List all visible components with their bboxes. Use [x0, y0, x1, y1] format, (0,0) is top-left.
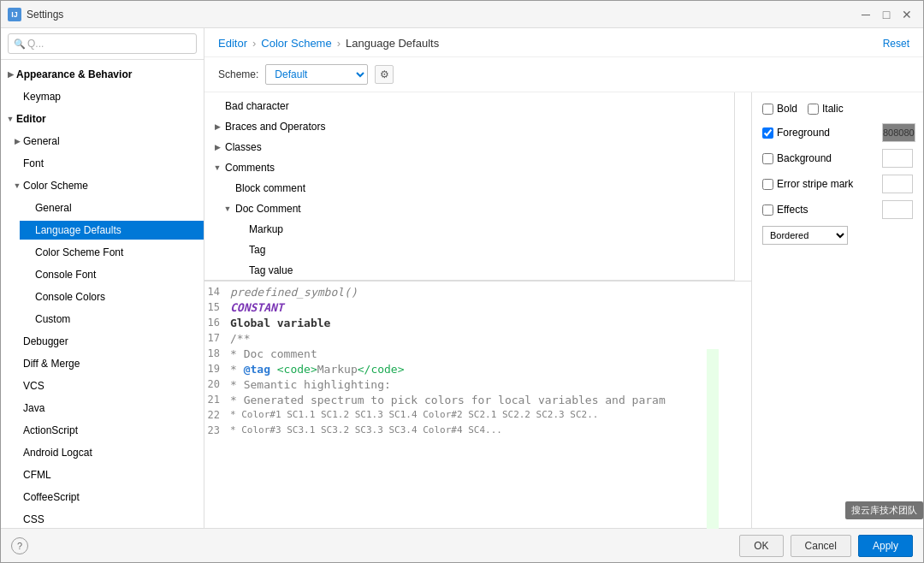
maximize-button[interactable]: □ — [877, 5, 896, 24]
scheme-select[interactable]: Default — [265, 64, 368, 85]
sidebar-item-coffeescript[interactable]: CoffeeScript — [1, 486, 204, 508]
sidebar-item-css[interactable]: CSS — [1, 508, 204, 528]
left-section: Bad character ▶ Braces and Operators ▶ C… — [204, 92, 752, 528]
search-placeholder: Q... — [27, 38, 44, 50]
expand-icon: ▼ — [211, 163, 223, 172]
spacer-icon — [11, 380, 23, 392]
code-line-23: 23 * Color#3 SC3.1 SC3.2 SC3.3 SC3.4 Col… — [204, 424, 751, 439]
window-title: Settings — [27, 9, 856, 21]
sidebar-item-custom[interactable]: Custom — [1, 308, 204, 330]
spacer-icon — [11, 513, 23, 525]
background-color-box[interactable] — [882, 149, 913, 168]
option-bad-character[interactable]: Bad character — [204, 96, 734, 116]
title-bar: IJ Settings ─ □ ✕ — [1, 1, 923, 28]
spacer-icon — [23, 224, 35, 236]
error-stripe-checkbox[interactable] — [762, 179, 773, 190]
spacer-icon — [11, 424, 23, 436]
code-line-17: 17 /** — [204, 331, 751, 347]
search-bar: 🔍 Q... — [1, 28, 204, 60]
option-doc-comment[interactable]: ▼ Doc Comment — [204, 199, 734, 219]
expand-icon: ▶ — [211, 143, 223, 151]
foreground-label-row: Foreground — [762, 127, 882, 139]
spacer-icon — [11, 469, 23, 481]
code-line-16: 16 Global variable — [204, 316, 751, 331]
option-block-comment[interactable]: Block comment — [204, 178, 734, 199]
preview-panel: 14 predefined_symbol() 15 CONSTANT 16 Gl… — [204, 281, 751, 528]
sidebar-item-color-scheme-general[interactable]: General — [1, 197, 204, 219]
foreground-color-box[interactable]: 808080 — [882, 123, 915, 142]
error-stripe-color-box[interactable] — [882, 175, 913, 193]
background-checkbox[interactable] — [762, 153, 773, 164]
sidebar-item-general[interactable]: ▶ General — [1, 130, 204, 152]
sidebar-item-actionscript[interactable]: ActionScript — [1, 419, 204, 442]
sidebar-item-appearance-behavior[interactable]: ▶ Appearance & Behavior — [1, 63, 204, 86]
code-line-18: 18 * Doc comment — [204, 347, 751, 362]
reset-link[interactable]: Reset — [883, 38, 909, 50]
expand-icon: ▼ — [11, 180, 23, 192]
minimize-button[interactable]: ─ — [856, 5, 875, 24]
breadcrumb-color-scheme[interactable]: Color Scheme — [261, 37, 331, 50]
sidebar-item-diff-merge[interactable]: Diff & Merge — [1, 353, 204, 375]
cancel-button[interactable]: Cancel — [791, 535, 851, 557]
sidebar-item-console-colors[interactable]: Console Colors — [1, 286, 204, 308]
sidebar-item-font[interactable]: Font — [1, 152, 204, 175]
effects-type-row: Bordered — [762, 226, 913, 245]
effects-checkbox[interactable] — [762, 204, 773, 216]
sidebar-item-android-logcat[interactable]: Android Logcat — [1, 442, 204, 464]
error-stripe-label-row: Error stripe mark — [762, 178, 882, 190]
code-line-22: 22 * Color#1 SC1.1 SC1.2 SC1.3 SC1.4 Col… — [204, 408, 751, 424]
italic-checkbox[interactable] — [808, 104, 819, 115]
sidebar-item-debugger[interactable]: Debugger — [1, 330, 204, 353]
spacer-icon — [23, 202, 35, 214]
scheme-gear-button[interactable]: ⚙ — [375, 65, 394, 84]
sidebar-item-java[interactable]: Java — [1, 397, 204, 419]
option-tag-value[interactable]: Tag value — [204, 260, 734, 281]
search-field[interactable]: 🔍 Q... — [8, 33, 197, 54]
option-braces-operators[interactable]: ▶ Braces and Operators — [204, 116, 734, 137]
ok-button[interactable]: OK — [739, 535, 783, 557]
spacer-icon — [11, 335, 23, 347]
expand-icon: ▼ — [222, 204, 234, 213]
spacer-icon — [23, 269, 35, 281]
option-comments[interactable]: ▼ Comments — [204, 157, 734, 178]
option-tag[interactable]: Tag — [204, 240, 734, 260]
sidebar-item-editor[interactable]: ▼ Editor — [1, 108, 204, 130]
foreground-label: Foreground — [777, 127, 830, 139]
effects-color-box[interactable] — [882, 200, 913, 219]
code-line-14: 14 predefined_symbol() — [204, 285, 751, 300]
sidebar-item-color-scheme-font[interactable]: Color Scheme Font — [1, 241, 204, 264]
sidebar-item-console-font[interactable]: Console Font — [1, 264, 204, 286]
spacer-icon — [11, 402, 23, 414]
window-controls: ─ □ ✕ — [856, 5, 916, 24]
spacer-icon — [23, 291, 35, 303]
expand-icon: ▼ — [4, 113, 16, 125]
properties-panel: ↓ Bold Italic — [752, 92, 923, 528]
close-button[interactable]: ✕ — [897, 5, 916, 24]
effects-label: Effects — [777, 204, 808, 216]
bold-checkbox[interactable] — [762, 104, 773, 115]
sidebar-item-keymap[interactable]: Keymap — [1, 86, 204, 108]
sidebar-item-vcs[interactable]: VCS — [1, 375, 204, 397]
split-panel: Bad character ▶ Braces and Operators ▶ C… — [204, 92, 923, 528]
code-line-15: 15 CONSTANT — [204, 300, 751, 316]
spacer-icon — [23, 313, 35, 325]
effects-row: Effects — [762, 200, 913, 219]
help-button[interactable]: ? — [11, 537, 28, 554]
code-line-20: 20 * Semantic highlighting: — [204, 377, 751, 393]
breadcrumb-sep-1: › — [252, 37, 256, 50]
breadcrumb-editor[interactable]: Editor — [218, 37, 247, 50]
sidebar-item-language-defaults[interactable]: Language Defaults — [1, 219, 204, 241]
foreground-checkbox[interactable] — [762, 127, 773, 139]
sidebar-item-color-scheme[interactable]: ▼ Color Scheme — [1, 175, 204, 197]
background-label-row: Background — [762, 152, 882, 164]
font-style-row: Bold Italic — [762, 99, 913, 115]
sidebar-item-cfml[interactable]: CFML — [1, 464, 204, 486]
apply-button[interactable]: Apply — [858, 535, 913, 557]
annotation-arrow: ↓ — [855, 92, 875, 96]
option-classes[interactable]: ▶ Classes — [204, 137, 734, 157]
effects-type-select[interactable]: Bordered — [762, 226, 848, 245]
foreground-row: Foreground 808080 — [762, 123, 913, 142]
changed-indicator — [707, 349, 719, 528]
option-markup[interactable]: Markup — [204, 219, 734, 240]
spacer-icon — [11, 358, 23, 370]
